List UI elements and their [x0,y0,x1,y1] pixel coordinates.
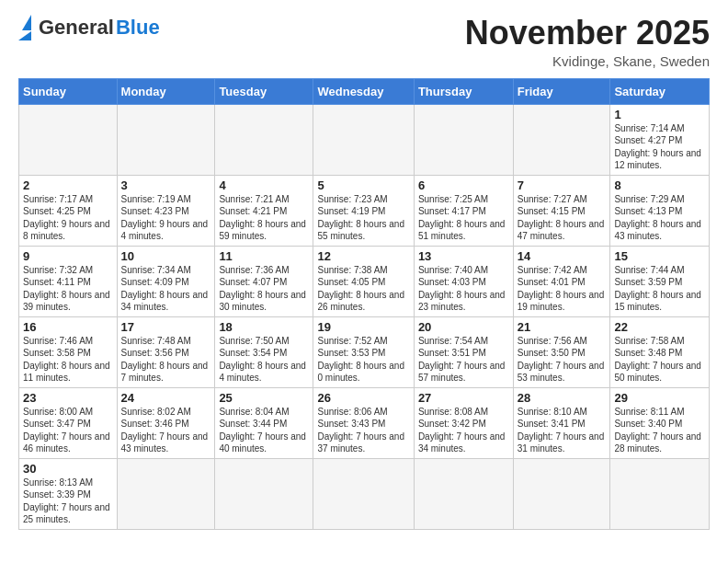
day-info: Sunrise: 7:34 AM Sunset: 4:09 PM Dayligh… [121,264,211,314]
day-number: 25 [219,391,309,405]
day-number: 24 [121,391,211,405]
day-number: 30 [23,462,113,476]
calendar-cell: 12Sunrise: 7:38 AM Sunset: 4:05 PM Dayli… [313,246,414,316]
day-number: 1 [614,108,705,121]
day-number: 14 [518,249,607,263]
calendar-cell: 22Sunrise: 7:58 AM Sunset: 3:48 PM Dayli… [610,316,710,387]
day-info: Sunrise: 7:14 AM Sunset: 4:27 PM Dayligh… [614,122,705,172]
calendar-cell [215,458,313,529]
calendar-cell [513,458,610,529]
day-number: 27 [418,391,509,405]
day-number: 6 [418,178,509,192]
day-number: 9 [23,249,113,263]
day-number: 28 [518,391,607,405]
day-number: 29 [614,391,705,405]
day-info: Sunrise: 7:40 AM Sunset: 4:03 PM Dayligh… [418,264,509,314]
day-number: 18 [219,320,309,334]
header-thursday: Thursday [414,78,513,104]
calendar-cell: 29Sunrise: 8:11 AM Sunset: 3:40 PM Dayli… [610,387,710,458]
calendar-cell: 20Sunrise: 7:54 AM Sunset: 3:51 PM Dayli… [414,316,513,387]
day-info: Sunrise: 7:54 AM Sunset: 3:51 PM Dayligh… [418,335,509,385]
day-number: 22 [614,320,705,334]
calendar-week-row: 16Sunrise: 7:46 AM Sunset: 3:58 PM Dayli… [19,316,710,387]
day-info: Sunrise: 7:50 AM Sunset: 3:54 PM Dayligh… [219,335,309,385]
day-info: Sunrise: 7:42 AM Sunset: 4:01 PM Dayligh… [518,264,607,314]
day-info: Sunrise: 7:23 AM Sunset: 4:19 PM Dayligh… [317,193,409,243]
calendar-cell: 16Sunrise: 7:46 AM Sunset: 3:58 PM Dayli… [19,316,118,387]
day-info: Sunrise: 8:08 AM Sunset: 3:42 PM Dayligh… [418,406,509,455]
calendar-page: GeneralBlue November 2025 Kvidinge, Skan… [0,0,728,563]
day-info: Sunrise: 7:46 AM Sunset: 3:58 PM Dayligh… [23,335,113,385]
header-monday: Monday [117,78,215,104]
day-info: Sunrise: 8:10 AM Sunset: 3:41 PM Dayligh… [518,406,607,455]
day-number: 10 [121,249,211,263]
day-info: Sunrise: 7:52 AM Sunset: 3:53 PM Dayligh… [317,335,409,385]
day-info: Sunrise: 7:44 AM Sunset: 3:59 PM Dayligh… [614,264,705,314]
header-saturday: Saturday [610,78,710,104]
calendar-cell: 11Sunrise: 7:36 AM Sunset: 4:07 PM Dayli… [215,246,313,316]
day-info: Sunrise: 7:27 AM Sunset: 4:15 PM Dayligh… [518,193,607,243]
calendar-week-row: 23Sunrise: 8:00 AM Sunset: 3:47 PM Dayli… [19,387,710,458]
logo-blue: Blue [116,16,160,40]
calendar-cell: 5Sunrise: 7:23 AM Sunset: 4:19 PM Daylig… [313,175,414,246]
day-info: Sunrise: 7:36 AM Sunset: 4:07 PM Dayligh… [219,264,309,314]
day-number: 19 [317,320,409,334]
calendar-week-row: 1Sunrise: 7:14 AM Sunset: 4:27 PM Daylig… [19,104,710,175]
calendar-cell [117,458,215,529]
calendar-cell [19,104,118,175]
day-number: 4 [219,178,309,192]
calendar-cell: 4Sunrise: 7:21 AM Sunset: 4:21 PM Daylig… [215,175,313,246]
header-sunday: Sunday [19,78,118,104]
day-info: Sunrise: 7:56 AM Sunset: 3:50 PM Dayligh… [518,335,607,385]
calendar-cell: 10Sunrise: 7:34 AM Sunset: 4:09 PM Dayli… [117,246,215,316]
header-friday: Friday [513,78,610,104]
calendar-cell: 30Sunrise: 8:13 AM Sunset: 3:39 PM Dayli… [19,458,118,529]
header-tuesday: Tuesday [215,78,313,104]
calendar-cell [414,104,513,175]
calendar-cell: 1Sunrise: 7:14 AM Sunset: 4:27 PM Daylig… [610,104,710,175]
calendar-cell: 7Sunrise: 7:27 AM Sunset: 4:15 PM Daylig… [513,175,610,246]
calendar-cell: 9Sunrise: 7:32 AM Sunset: 4:11 PM Daylig… [19,246,118,316]
weekday-header-row: Sunday Monday Tuesday Wednesday Thursday… [19,78,710,104]
day-number: 3 [121,178,211,192]
day-number: 8 [614,178,705,192]
logo: GeneralBlue [18,15,160,40]
day-number: 7 [518,178,607,192]
calendar-cell [414,458,513,529]
day-number: 12 [317,249,409,263]
day-info: Sunrise: 7:48 AM Sunset: 3:56 PM Dayligh… [121,335,211,385]
calendar-cell: 21Sunrise: 7:56 AM Sunset: 3:50 PM Dayli… [513,316,610,387]
calendar-cell [313,104,414,175]
calendar-cell: 14Sunrise: 7:42 AM Sunset: 4:01 PM Dayli… [513,246,610,316]
day-info: Sunrise: 7:19 AM Sunset: 4:23 PM Dayligh… [121,193,211,243]
calendar-cell: 15Sunrise: 7:44 AM Sunset: 3:59 PM Dayli… [610,246,710,316]
day-number: 21 [518,320,607,334]
day-number: 13 [418,249,509,263]
logo-text: GeneralBlue [39,16,160,40]
day-info: Sunrise: 8:13 AM Sunset: 3:39 PM Dayligh… [23,477,113,526]
calendar-table: Sunday Monday Tuesday Wednesday Thursday… [18,78,710,530]
day-info: Sunrise: 7:17 AM Sunset: 4:25 PM Dayligh… [23,193,113,243]
day-info: Sunrise: 8:02 AM Sunset: 3:46 PM Dayligh… [121,406,211,455]
header: GeneralBlue November 2025 Kvidinge, Skan… [18,15,710,69]
location-title: Kvidinge, Skane, Sweden [465,53,710,69]
calendar-cell: 8Sunrise: 7:29 AM Sunset: 4:13 PM Daylig… [610,175,710,246]
day-number: 2 [23,178,113,192]
calendar-cell [513,104,610,175]
day-info: Sunrise: 7:38 AM Sunset: 4:05 PM Dayligh… [317,264,409,314]
day-number: 15 [614,249,705,263]
day-number: 16 [23,320,113,334]
day-number: 11 [219,249,309,263]
calendar-week-row: 30Sunrise: 8:13 AM Sunset: 3:39 PM Dayli… [19,458,710,529]
day-number: 5 [317,178,409,192]
calendar-cell [117,104,215,175]
calendar-cell: 19Sunrise: 7:52 AM Sunset: 3:53 PM Dayli… [313,316,414,387]
day-info: Sunrise: 8:11 AM Sunset: 3:40 PM Dayligh… [614,406,705,455]
day-number: 23 [23,391,113,405]
calendar-cell: 17Sunrise: 7:48 AM Sunset: 3:56 PM Dayli… [117,316,215,387]
day-info: Sunrise: 7:25 AM Sunset: 4:17 PM Dayligh… [418,193,509,243]
day-info: Sunrise: 8:06 AM Sunset: 3:43 PM Dayligh… [317,406,409,455]
day-info: Sunrise: 8:00 AM Sunset: 3:47 PM Dayligh… [23,406,113,455]
calendar-cell: 2Sunrise: 7:17 AM Sunset: 4:25 PM Daylig… [19,175,118,246]
calendar-cell: 26Sunrise: 8:06 AM Sunset: 3:43 PM Dayli… [313,387,414,458]
